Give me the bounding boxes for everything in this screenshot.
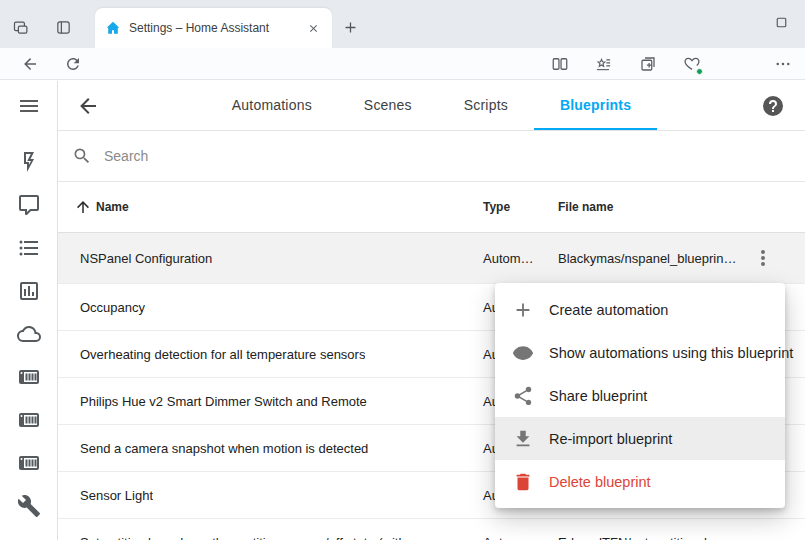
help-icon[interactable] [761,94,785,118]
window-maximize-button[interactable] [769,10,793,34]
menu-item-share-blueprint[interactable]: Share blueprint [495,374,785,417]
split-screen-icon[interactable] [546,50,574,78]
column-header-file[interactable]: File name [558,200,613,214]
row-type: Autom… [483,251,534,266]
row-name: Sensor Light [58,488,153,503]
sidebar-item-server-2[interactable] [17,408,41,432]
sort-ascending-icon[interactable] [74,198,92,216]
row-name: Philips Hue v2 Smart Dimmer Switch and R… [58,394,367,409]
ha-header: Automations Scenes Scripts Blueprints [58,81,805,131]
browser-tab-strip: Settings – Home Assistant [0,0,805,48]
menu-item-reimport-blueprint[interactable]: Re-import blueprint [495,417,785,460]
menu-item-label: Show automations using this blueprint [549,345,793,361]
new-tab-button[interactable] [338,15,362,39]
menu-item-label: Re-import blueprint [549,431,672,447]
download-icon [512,428,534,450]
browser-tab[interactable]: Settings – Home Assistant [95,8,332,48]
sidebar-item-chat[interactable] [17,193,41,217]
ha-nav-tabs: Automations Scenes Scripts Blueprints [206,81,657,130]
table-row[interactable]: Set entities based on other entities new… [58,519,805,540]
plus-icon [512,299,534,321]
row-overflow-menu-icon[interactable] [751,246,775,270]
row-name: NSPanel Configuration [58,251,212,266]
menu-item-label: Create automation [549,302,668,318]
browser-toolbar: Not secure homeassistant.local:8123/... … [0,48,805,80]
tab-actions-icon[interactable] [51,15,75,39]
menu-item-label: Share blueprint [549,388,647,404]
table-header: Name Type File name [58,182,805,233]
tab-scenes[interactable]: Scenes [338,81,438,130]
tab-automations[interactable]: Automations [206,81,338,130]
favorites-icon[interactable] [589,50,617,78]
browser-essentials-icon[interactable] [678,50,706,78]
row-name: Set entities based on other entities new… [58,535,473,540]
sidebar-item-server-1[interactable] [17,365,41,389]
browser-window: Settings – Home Assistant Not secure hom… [0,0,805,540]
row-file: Blackymas/nspanel_blueprin… [558,251,763,266]
sidebar-item-energy[interactable] [17,150,41,174]
tab-scripts[interactable]: Scripts [438,81,534,130]
row-file: EdwardTFN/set_entities_bas… [558,535,763,540]
back-button[interactable] [16,50,44,78]
collections-icon[interactable] [634,50,662,78]
search-icon [72,146,92,166]
blueprint-context-menu: Create automation Show automations using… [495,283,785,508]
table-row[interactable]: NSPanel Configuration Autom… Blackymas/n… [58,233,805,284]
home-assistant-favicon [105,20,121,36]
trash-icon [512,471,534,493]
row-name: Send a camera snapshot when motion is de… [58,441,368,456]
column-header-name[interactable]: Name [96,200,129,214]
sidebar-item-server-3[interactable] [17,451,41,475]
browser-settings-menu-icon[interactable] [769,50,797,78]
essentials-status-dot [696,68,703,75]
ha-sidebar [0,81,58,540]
menu-item-label: Delete blueprint [549,474,651,490]
column-header-type[interactable]: Type [483,200,510,214]
sidebar-item-history[interactable] [17,279,41,303]
sidebar-item-logbook[interactable] [17,236,41,260]
sidebar-menu-icon[interactable] [0,81,57,131]
menu-item-show-automations[interactable]: Show automations using this blueprint [495,331,785,374]
tab-blueprints[interactable]: Blueprints [534,81,657,130]
eye-icon [512,342,534,364]
ha-back-button[interactable] [76,94,100,118]
search-input[interactable] [104,148,504,164]
menu-item-delete-blueprint[interactable]: Delete blueprint [495,460,785,503]
refresh-button[interactable] [59,50,87,78]
menu-item-create-automation[interactable]: Create automation [495,288,785,331]
tab-title: Settings – Home Assistant [129,21,304,35]
sidebar-item-cloud[interactable] [17,322,41,346]
row-name: Occupancy [58,300,145,315]
sidebar-item-tools[interactable] [17,494,41,518]
row-type: Autom… [483,535,534,540]
tab-close-icon[interactable] [304,19,322,37]
search-bar [58,131,805,182]
workspaces-icon[interactable] [8,15,32,39]
share-icon [512,385,534,407]
row-name: Overheating detection for all temperatur… [58,347,365,362]
